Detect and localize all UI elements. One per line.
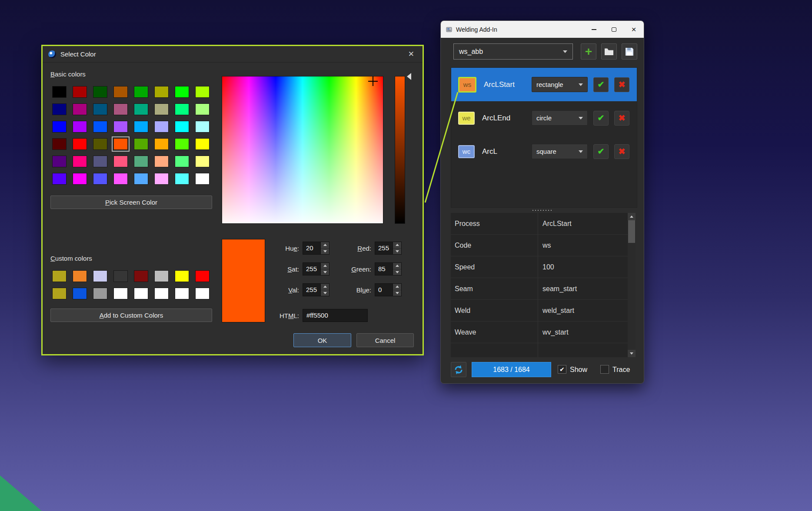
custom-color-swatch[interactable]	[93, 270, 107, 282]
sat-increment-button[interactable]	[321, 263, 329, 269]
basic-color-swatch[interactable]	[113, 138, 128, 150]
shape-combo[interactable]: rectangle	[532, 77, 588, 92]
value-slider-arrow-icon[interactable]	[407, 73, 411, 80]
custom-color-swatch[interactable]	[52, 288, 67, 299]
basic-color-swatch[interactable]	[52, 103, 67, 115]
scroll-up-button[interactable]	[628, 213, 636, 220]
property-row[interactable]: Weldweld_start	[451, 300, 628, 322]
custom-color-swatch[interactable]	[175, 270, 189, 282]
basic-color-swatch[interactable]	[113, 86, 128, 98]
property-row[interactable]: Speed100	[451, 256, 628, 278]
basic-color-swatch[interactable]	[195, 86, 210, 98]
open-file-button[interactable]	[601, 43, 617, 60]
save-button[interactable]	[622, 43, 637, 60]
basic-color-swatch[interactable]	[195, 121, 210, 133]
maximize-button[interactable]	[604, 21, 624, 38]
apply-signal-button[interactable]: ✔	[593, 111, 609, 126]
trace-checkbox-label[interactable]: Trace	[612, 366, 630, 374]
custom-color-swatch[interactable]	[73, 288, 87, 299]
basic-color-swatch[interactable]	[73, 103, 87, 115]
scrollbar-track[interactable]	[628, 220, 636, 350]
apply-signal-button[interactable]: ✔	[593, 77, 609, 92]
shape-combo[interactable]: square	[532, 144, 588, 159]
cancel-button[interactable]: Cancel	[356, 333, 414, 347]
scroll-down-button[interactable]	[628, 350, 636, 357]
property-row[interactable]: Seamseam_start	[451, 278, 628, 300]
val-decrement-button[interactable]	[321, 290, 329, 296]
html-color-input[interactable]: #ff5500	[303, 309, 368, 322]
property-row[interactable]: Weavewv_start	[451, 322, 628, 343]
blue-increment-button[interactable]	[393, 284, 401, 290]
program-combo[interactable]: ws_abb	[453, 43, 573, 60]
blue-spinbox[interactable]: 0	[375, 283, 402, 296]
basic-color-swatch[interactable]	[73, 86, 87, 98]
value-slider[interactable]	[395, 76, 405, 224]
custom-color-swatch[interactable]	[175, 288, 189, 299]
basic-color-swatch[interactable]	[175, 121, 189, 133]
signal-row[interactable]: wsArcLStartrectangle✔✖	[451, 68, 637, 101]
green-decrement-button[interactable]	[393, 269, 401, 275]
red-spinbox[interactable]: 255	[375, 242, 402, 255]
basic-color-swatch[interactable]	[175, 86, 189, 98]
basic-color-swatch[interactable]	[154, 121, 169, 133]
color-picker-cursor[interactable]	[368, 76, 378, 86]
scrollbar-thumb[interactable]	[628, 220, 635, 243]
basic-color-swatch[interactable]	[175, 138, 189, 150]
basic-color-swatch[interactable]	[93, 156, 107, 167]
basic-color-swatch[interactable]	[154, 86, 169, 98]
green-spinbox[interactable]: 85	[375, 262, 402, 275]
basic-color-swatch[interactable]	[195, 173, 210, 185]
basic-color-swatch[interactable]	[175, 173, 189, 185]
add-button[interactable]: +	[581, 43, 596, 60]
hue-spinbox[interactable]: 20	[303, 242, 329, 255]
custom-color-swatch[interactable]	[93, 288, 107, 299]
close-icon[interactable]: ✕	[406, 49, 417, 60]
basic-color-swatch[interactable]	[134, 156, 148, 167]
basic-color-swatch[interactable]	[93, 103, 107, 115]
delete-signal-button[interactable]: ✖	[614, 144, 629, 159]
signal-color-badge[interactable]: wc	[458, 145, 475, 158]
custom-color-swatch[interactable]	[113, 270, 128, 282]
ok-button[interactable]: OK	[293, 333, 351, 347]
basic-color-swatch[interactable]	[134, 173, 148, 185]
show-checkbox[interactable]	[558, 365, 566, 374]
hue-decrement-button[interactable]	[321, 249, 329, 255]
dialog-titlebar[interactable]: Select Color ✕	[43, 46, 423, 63]
signal-row[interactable]: wcArcLsquare✔✖	[451, 135, 637, 168]
add-to-custom-colors-button[interactable]: Add to Custom Colors	[50, 309, 212, 322]
basic-color-swatch[interactable]	[73, 156, 87, 167]
basic-color-swatch[interactable]	[154, 173, 169, 185]
basic-color-swatch[interactable]	[175, 156, 189, 167]
trace-checkbox[interactable]	[600, 365, 609, 374]
basic-color-swatch[interactable]	[134, 138, 148, 150]
blue-decrement-button[interactable]	[393, 290, 401, 296]
delete-signal-button[interactable]: ✖	[614, 111, 629, 126]
basic-color-swatch[interactable]	[93, 121, 107, 133]
splitter-handle[interactable]	[532, 209, 553, 211]
hue-increment-button[interactable]	[321, 242, 329, 249]
basic-color-swatch[interactable]	[134, 121, 148, 133]
custom-color-swatch[interactable]	[134, 288, 148, 299]
custom-color-swatch[interactable]	[195, 270, 210, 282]
red-decrement-button[interactable]	[393, 249, 401, 255]
close-button[interactable]: ×	[624, 21, 644, 38]
signal-row[interactable]: weArcLEndcircle✔✖	[451, 101, 637, 135]
property-row[interactable]: ProcessArcLStart	[451, 213, 628, 235]
custom-color-swatch[interactable]	[113, 288, 128, 299]
basic-color-swatch[interactable]	[175, 103, 189, 115]
custom-color-swatch[interactable]	[73, 270, 87, 282]
basic-color-swatch[interactable]	[113, 121, 128, 133]
hue-saturation-picker[interactable]	[222, 76, 383, 224]
custom-color-swatch[interactable]	[134, 270, 148, 282]
basic-color-swatch[interactable]	[52, 138, 67, 150]
basic-color-swatch[interactable]	[154, 103, 169, 115]
show-checkbox-label[interactable]: Show	[570, 366, 587, 374]
basic-color-swatch[interactable]	[113, 156, 128, 167]
basic-color-swatch[interactable]	[195, 156, 210, 167]
basic-color-swatch[interactable]	[73, 138, 87, 150]
basic-color-swatch[interactable]	[154, 138, 169, 150]
basic-color-swatch[interactable]	[93, 86, 107, 98]
basic-color-swatch[interactable]	[52, 86, 67, 98]
minimize-button[interactable]	[584, 21, 604, 38]
basic-color-swatch[interactable]	[52, 121, 67, 133]
